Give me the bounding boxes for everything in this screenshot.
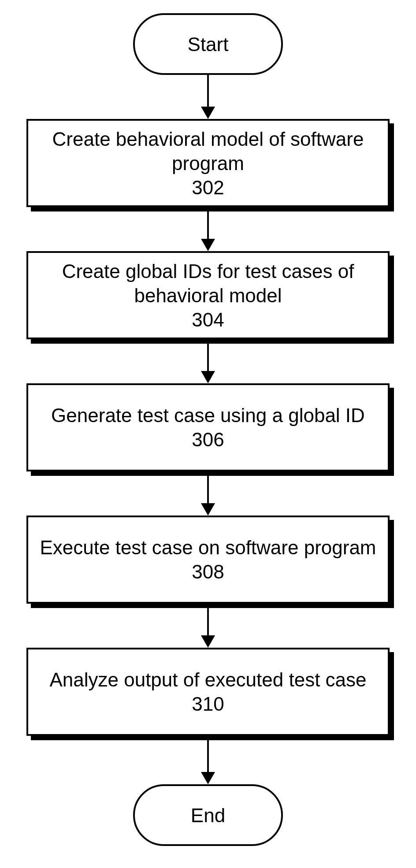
process-302: Create behavioral model of software prog… [26,119,390,207]
terminator-end: End [133,784,283,846]
process-302-num: 302 [192,175,224,200]
arrow-308-310 [199,608,217,648]
process-310: Analyze output of executed test case 310 [26,648,390,736]
process-310-num: 310 [192,692,224,716]
process-304-num: 304 [192,308,224,332]
flowchart-canvas: Start Create behavioral model of softwar… [0,0,416,868]
process-306-label: Generate test case using a global ID [51,403,365,427]
process-304: Create global IDs for test cases of beha… [26,251,390,339]
arrow-302-304 [199,211,217,251]
process-310-wrap: Analyze output of executed test case 310 [26,648,390,736]
process-308-num: 308 [192,560,224,584]
arrow-304-306 [199,344,217,383]
arrow-start-302 [199,75,217,119]
process-306: Generate test case using a global ID 306 [26,383,390,471]
process-304-wrap: Create global IDs for test cases of beha… [26,251,390,339]
process-304-label: Create global IDs for test cases of beha… [28,259,388,308]
arrow-306-308 [199,476,217,516]
terminator-start: Start [133,13,283,75]
process-306-num: 306 [192,427,224,452]
process-308: Execute test case on software program 30… [26,516,390,604]
process-310-label: Analyze output of executed test case [49,668,366,692]
process-308-label: Execute test case on software program [40,535,376,560]
process-308-wrap: Execute test case on software program 30… [26,516,390,604]
arrow-310-end [199,740,217,784]
terminator-start-label: Start [188,32,229,56]
process-302-label: Create behavioral model of software prog… [28,127,388,175]
terminator-end-label: End [191,803,225,827]
process-302-wrap: Create behavioral model of software prog… [26,119,390,207]
process-306-wrap: Generate test case using a global ID 306 [26,383,390,471]
